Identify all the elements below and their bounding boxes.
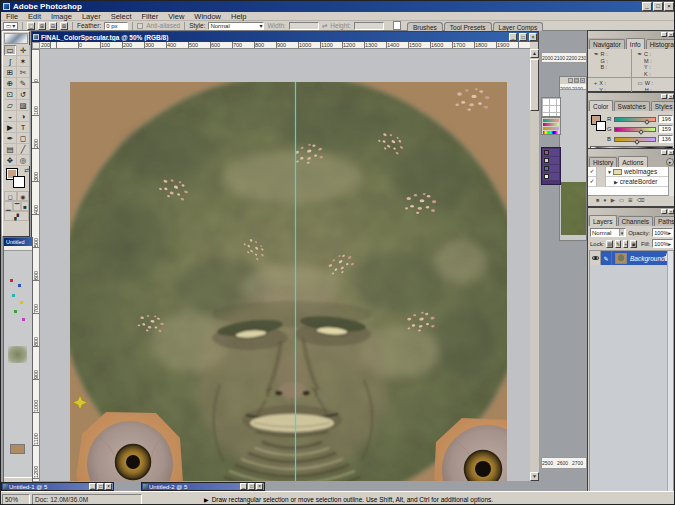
menu-view[interactable]: View — [163, 12, 189, 21]
fullscreen-menubar-button[interactable]: ▔ — [13, 201, 22, 211]
vertical-ruler[interactable]: 0 100 200 300 400 500 600 700 800 900 10… — [32, 49, 40, 481]
subtract-selection-mode-icon[interactable]: ⊟ — [49, 22, 57, 30]
color-swatch-pair[interactable] — [590, 114, 607, 144]
expand-closed-icon[interactable]: ▶ — [614, 179, 618, 185]
menu-help[interactable]: Help — [226, 12, 251, 21]
lock-image-icon[interactable]: ✎ — [615, 240, 621, 248]
menu-filter[interactable]: Filter — [137, 12, 164, 21]
green-value[interactable]: 159 — [658, 125, 673, 133]
untitled-window-title[interactable]: Untitled — [4, 238, 32, 246]
add-selection-mode-icon[interactable]: ⊞ — [38, 22, 46, 30]
minimized-document-2[interactable]: Untitled-2 @ 5 _ □ × — [141, 482, 265, 491]
menu-file[interactable]: File — [1, 12, 23, 21]
lasso-tool-icon[interactable]: ʃ — [4, 56, 17, 67]
magic-wand-tool-icon[interactable]: ✶ — [17, 56, 30, 67]
action-checkbox[interactable]: ✓ — [588, 167, 597, 177]
red-slider[interactable] — [614, 117, 656, 122]
close-button[interactable]: × — [668, 94, 674, 99]
lock-transparency-icon[interactable]: ▨ — [606, 240, 613, 248]
tab-swatches[interactable]: Swatches — [614, 101, 650, 111]
vertical-scrollbar[interactable]: ▲ ▼ — [530, 49, 539, 481]
close-button[interactable]: × — [256, 483, 263, 490]
feather-input[interactable]: 0 px — [104, 22, 128, 30]
brush-tool-icon[interactable]: ✎ — [17, 78, 30, 89]
eraser-tool-icon[interactable]: ▱ — [4, 100, 17, 111]
blend-mode-dropdown[interactable]: Normal▾ — [590, 228, 626, 237]
rectangular-marquee-tool-icon[interactable]: ▭ — [4, 45, 17, 56]
tab-navigator[interactable]: Navigator — [589, 39, 625, 49]
tab-styles[interactable]: Styles — [651, 101, 675, 111]
move-tool-icon[interactable]: ✛ — [17, 45, 30, 56]
record-icon[interactable]: ● — [603, 196, 606, 205]
layers-scrollbar[interactable] — [667, 251, 673, 495]
menu-layer[interactable]: Layer — [77, 12, 106, 21]
close-button[interactable]: × — [105, 483, 112, 490]
file-browser-icon[interactable] — [393, 21, 401, 30]
quick-mask-mode-button[interactable]: ◉ — [17, 191, 30, 201]
tab-layers[interactable]: Layers — [589, 215, 617, 226]
minimize-button[interactable]: _ — [661, 209, 667, 214]
slice-tool-icon[interactable]: ✄ — [17, 67, 30, 78]
lock-position-icon[interactable]: + — [623, 240, 628, 248]
green-slider[interactable] — [614, 127, 656, 132]
tab-history[interactable]: History — [589, 157, 617, 167]
close-button[interactable]: × — [529, 33, 537, 41]
restore-button[interactable]: _ — [240, 483, 247, 490]
layer-thumbnail[interactable] — [615, 253, 627, 264]
delete-icon[interactable]: ⌫ — [637, 196, 645, 205]
tab-info[interactable]: Info — [626, 38, 645, 49]
maximize-button[interactable]: □ — [248, 483, 255, 490]
action-checkbox[interactable]: ✓ — [588, 177, 597, 187]
action-dialog-toggle[interactable] — [597, 177, 606, 187]
palette-titlebar[interactable]: _ × — [588, 149, 675, 156]
maximize-button[interactable]: □ — [574, 78, 579, 83]
minimize-button[interactable]: _ — [568, 78, 573, 83]
document-size-readout[interactable]: Doc: 12.0M/36.0M — [32, 494, 142, 505]
play-icon[interactable]: ▶ — [611, 196, 615, 205]
blue-slider[interactable] — [614, 137, 656, 142]
expand-open-icon[interactable]: ▼ — [607, 169, 612, 175]
horizontal-ruler[interactable]: 200 0 100 200 300 400 500 600 700 800 90… — [40, 42, 530, 49]
background-color-swatch[interactable] — [596, 121, 606, 131]
layer-name[interactable]: Background — [630, 255, 665, 262]
stop-icon[interactable]: ■ — [596, 196, 599, 205]
dodge-tool-icon[interactable]: ◑ — [17, 111, 30, 122]
width-input[interactable] — [289, 22, 319, 30]
close-button[interactable]: × — [668, 32, 674, 37]
lock-all-icon[interactable]: ▣ — [630, 240, 637, 248]
blue-value[interactable]: 136 — [658, 135, 673, 143]
slider-thumb[interactable] — [635, 139, 641, 145]
current-tool-preview[interactable]: ▭▾ — [3, 22, 18, 30]
action-set-row[interactable]: ✓ ▼ webImages — [588, 167, 675, 177]
menu-window[interactable]: Window — [189, 12, 226, 21]
maximize-button[interactable]: □ — [97, 483, 104, 490]
hand-tool-icon[interactable]: ✥ — [4, 155, 17, 166]
tab-color[interactable]: Color — [589, 100, 613, 111]
canvas-image[interactable] — [70, 82, 507, 481]
minimize-button[interactable]: _ — [509, 33, 517, 41]
blur-tool-icon[interactable]: ◒ — [4, 111, 17, 122]
scroll-up-icon[interactable]: ▲ — [530, 49, 539, 58]
default-colors-icon[interactable] — [5, 183, 12, 190]
close-button[interactable]: × — [668, 209, 674, 214]
maximize-button[interactable]: □ — [653, 2, 663, 11]
palette-menu-icon[interactable]: ▸ — [666, 158, 674, 166]
tab-actions[interactable]: Actions — [618, 156, 647, 167]
zoom-tool-icon[interactable]: ◎ — [17, 155, 30, 166]
clone-stamp-tool-icon[interactable]: ⊡ — [4, 89, 17, 100]
shape-tool-icon[interactable]: ◻ — [17, 133, 30, 144]
tab-channels[interactable]: Channels — [618, 216, 653, 226]
standard-screen-button[interactable]: ▁ — [4, 201, 13, 211]
tab-tool-presets[interactable]: Tool Presets — [444, 22, 492, 31]
pen-tool-icon[interactable]: ✒ — [4, 133, 17, 144]
close-button[interactable]: × — [664, 2, 674, 11]
scroll-down-icon[interactable]: ▼ — [530, 472, 539, 481]
action-row[interactable]: ✓ ▶ createBorder — [588, 177, 675, 187]
red-value[interactable]: 196 — [658, 115, 673, 123]
swap-colors-icon[interactable]: ⇄ — [24, 167, 29, 173]
minimize-button[interactable]: _ — [661, 150, 667, 155]
notes-tool-icon[interactable]: ▤ — [4, 144, 17, 155]
tab-layer-comps[interactable]: Layer Comps — [493, 22, 544, 31]
palette-titlebar[interactable]: _ × — [588, 31, 675, 38]
menu-image[interactable]: Image — [46, 12, 77, 21]
